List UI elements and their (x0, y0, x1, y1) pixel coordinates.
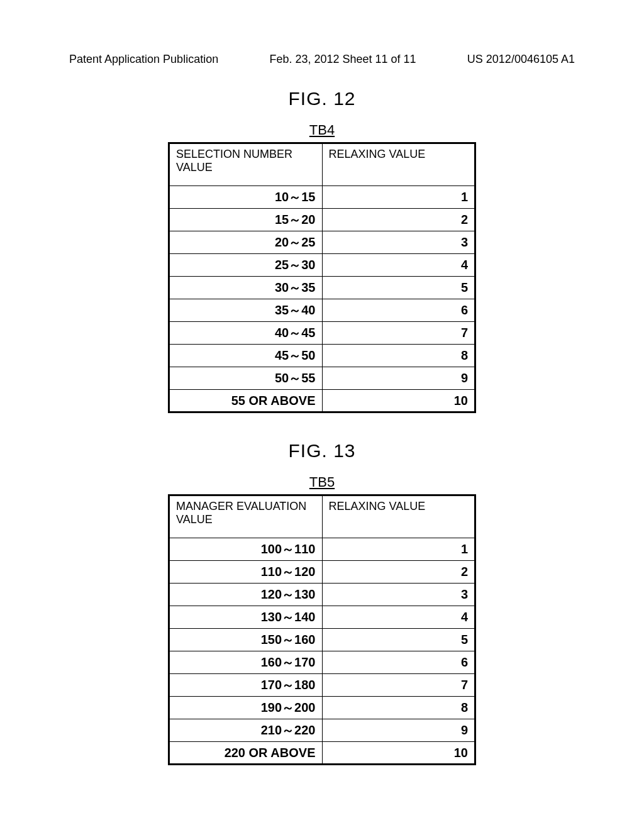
header-patent-number: US 2012/0046105 A1 (467, 53, 575, 66)
table-header-row: MANAGER EVALUATION VALUE RELAXING VALUE (169, 495, 475, 538)
table-row: 130～1404 (169, 606, 475, 629)
table-tb5: MANAGER EVALUATION VALUE RELAXING VALUE … (168, 494, 476, 765)
table-cell: 9 (322, 367, 475, 390)
table-header-cell: MANAGER EVALUATION VALUE (169, 495, 323, 538)
table-cell: 220 OR ABOVE (169, 742, 323, 765)
table-cell: 6 (322, 651, 475, 674)
page-header: Patent Application Publication Feb. 23, … (69, 53, 575, 66)
table-row: 150～1605 (169, 629, 475, 651)
table-cell: 8 (322, 345, 475, 367)
table-cell: 7 (322, 322, 475, 345)
table-cell: 25～30 (169, 254, 323, 277)
table-cell: 15～20 (169, 209, 323, 231)
table-row: 45～508 (169, 345, 475, 367)
table-cell: 2 (322, 561, 475, 584)
table-cell: 8 (322, 697, 475, 719)
table-cell: 10 (322, 390, 475, 412)
table-header-cell: RELAXING VALUE (322, 495, 475, 538)
table-cell: 7 (322, 674, 475, 697)
table-row: 40～457 (169, 322, 475, 345)
table-cell: 130～140 (169, 606, 323, 629)
table-row: 160～1706 (169, 651, 475, 674)
table-row: 15～202 (169, 209, 475, 231)
table-cell: 5 (322, 629, 475, 651)
table-cell: 170～180 (169, 674, 323, 697)
table-row: 120～1303 (169, 584, 475, 606)
table-cell: 210～220 (169, 719, 323, 742)
figure-12-title: FIG. 12 (168, 88, 476, 109)
table-cell: 4 (322, 606, 475, 629)
table-header-row: SELECTION NUMBER VALUE RELAXING VALUE (169, 143, 475, 186)
table-cell: 160～170 (169, 651, 323, 674)
table-cell: 150～160 (169, 629, 323, 651)
table-cell: 6 (322, 299, 475, 322)
table-cell: 55 OR ABOVE (169, 390, 323, 412)
table-header-cell: SELECTION NUMBER VALUE (169, 143, 323, 186)
table-header-cell: RELAXING VALUE (322, 143, 475, 186)
table-row: 190～2008 (169, 697, 475, 719)
table-row: 30～355 (169, 277, 475, 299)
table-cell: 1 (322, 538, 475, 561)
table-row: 50～559 (169, 367, 475, 390)
table-row: 20～253 (169, 231, 475, 254)
header-publication: Patent Application Publication (69, 53, 218, 66)
table-cell: 50～55 (169, 367, 323, 390)
header-date-sheet: Feb. 23, 2012 Sheet 11 of 11 (269, 53, 416, 66)
table-row: 25～304 (169, 254, 475, 277)
table-row: 55 OR ABOVE10 (169, 390, 475, 412)
table-row: 100～1101 (169, 538, 475, 561)
table-cell: 30～35 (169, 277, 323, 299)
table-cell: 45～50 (169, 345, 323, 367)
table-cell: 4 (322, 254, 475, 277)
figure-13-block: FIG. 13 TB5 MANAGER EVALUATION VALUE REL… (168, 440, 476, 765)
table-row: 210～2209 (169, 719, 475, 742)
table-tb4-label: TB4 (309, 122, 335, 138)
table-cell: 2 (322, 209, 475, 231)
table-cell: 5 (322, 277, 475, 299)
table-cell: 10 (322, 742, 475, 765)
table-row: 35～406 (169, 299, 475, 322)
table-cell: 120～130 (169, 584, 323, 606)
table-row: 170～1807 (169, 674, 475, 697)
table-cell: 110～120 (169, 561, 323, 584)
table-cell: 40～45 (169, 322, 323, 345)
table-cell: 10～15 (169, 186, 323, 209)
table-cell: 3 (322, 584, 475, 606)
table-cell: 1 (322, 186, 475, 209)
table-cell: 35～40 (169, 299, 323, 322)
table-row: 220 OR ABOVE10 (169, 742, 475, 765)
table-cell: 3 (322, 231, 475, 254)
table-cell: 190～200 (169, 697, 323, 719)
table-cell: 9 (322, 719, 475, 742)
table-tb4: SELECTION NUMBER VALUE RELAXING VALUE 10… (168, 142, 476, 413)
table-cell: 100～110 (169, 538, 323, 561)
table-row: 110～1202 (169, 561, 475, 584)
table-tb5-label: TB5 (309, 474, 335, 490)
table-cell: 20～25 (169, 231, 323, 254)
table-row: 10～151 (169, 186, 475, 209)
figure-13-title: FIG. 13 (168, 440, 476, 462)
figure-12-block: FIG. 12 TB4 SELECTION NUMBER VALUE RELAX… (168, 88, 476, 413)
